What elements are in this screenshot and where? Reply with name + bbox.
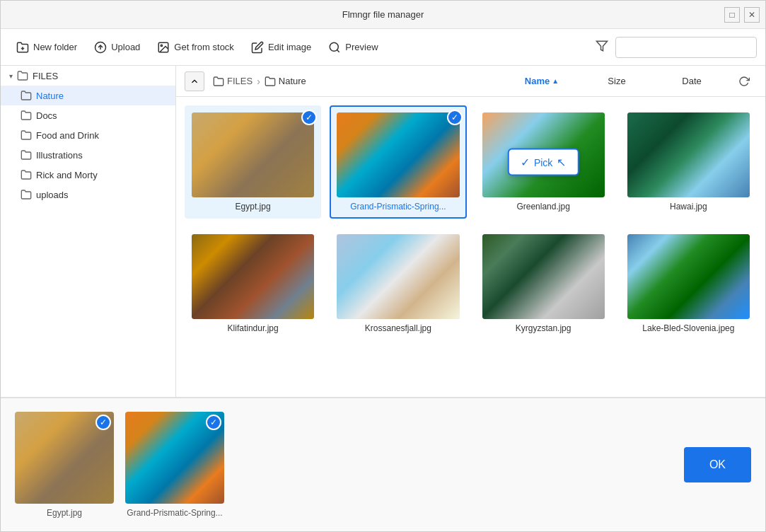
breadcrumb-files[interactable]: FILES	[213, 76, 253, 87]
food-folder-icon	[21, 129, 32, 141]
sidebar-item-rick-label: Rick and Morty	[36, 170, 98, 180]
pick-check-icon: ✓	[521, 156, 530, 169]
sidebar-item-uploads[interactable]: uploads	[1, 185, 175, 204]
pick-overlay[interactable]: ✓ Pick ↖	[508, 149, 579, 176]
file-thumb-lake-bled	[627, 234, 750, 319]
sidebar-item-nature[interactable]: Nature	[1, 86, 175, 105]
col-header-name[interactable]: Name ▲	[506, 70, 577, 92]
file-name-egypt: Egypt.jpg	[192, 202, 314, 212]
get-from-stock-icon	[157, 41, 170, 54]
file-grid: ✓ Egypt.jpg ✓ Grand-Prismatic-Spring...	[176, 97, 765, 397]
file-item-krossanesfjall[interactable]: Krossanesfjall.jpg	[330, 227, 466, 340]
docs-folder-icon	[21, 110, 32, 121]
new-folder-button[interactable]: New folder	[9, 37, 84, 58]
svg-line-7	[337, 50, 340, 52]
col-header-date[interactable]: Date	[656, 70, 727, 92]
app-window: Flmngr file manager □ ✕ New folder Uploa…	[0, 0, 766, 532]
bottom-panel: ✓ Egypt.jpg ✓ Grand-Prismatic-Spring... …	[1, 397, 765, 531]
svg-marker-8	[597, 41, 608, 51]
preview-icon	[328, 41, 341, 54]
file-item-egypt[interactable]: ✓ Egypt.jpg	[185, 105, 321, 219]
sidebar-item-food-and-drink[interactable]: Food and Drink	[1, 125, 175, 145]
sidebar-item-illustrations[interactable]: Illustrations	[1, 145, 175, 165]
bottom-thumb-grand[interactable]: ✓ Grand-Prismatic-Spring...	[125, 412, 224, 518]
svg-point-6	[330, 42, 339, 51]
maximize-button[interactable]: □	[724, 7, 740, 23]
col-name-label: Name	[525, 76, 550, 86]
breadcrumb-parent-label: FILES	[227, 76, 253, 86]
main-area: ▾ FILES Nature Docs Food and Drink Illus…	[1, 66, 765, 397]
edit-image-button[interactable]: Edit image	[244, 37, 318, 58]
file-thumb-grand-prismatic	[337, 112, 459, 197]
cursor-icon: ↖	[557, 156, 566, 169]
file-item-grand-prismatic[interactable]: ✓ Grand-Prismatic-Spring...	[330, 105, 466, 219]
titlebar: Flmngr file manager □ ✕	[1, 1, 765, 29]
file-item-kyrgyzstan[interactable]: Kyrgyzstan.jpg	[475, 227, 612, 340]
breadcrumb-folder-icon	[213, 76, 224, 87]
check-badge-egypt: ✓	[301, 110, 317, 125]
new-folder-icon	[16, 41, 29, 54]
file-thumb-egypt	[192, 112, 314, 197]
file-name-klifatindur: Klifatindur.jpg	[192, 323, 314, 333]
file-thumb-img-hawai	[627, 112, 750, 197]
file-name-krossanesfjall: Krossanesfjall.jpg	[337, 323, 459, 333]
file-name-kyrgyzstan: Kyrgyzstan.jpg	[482, 323, 605, 333]
new-folder-label: New folder	[33, 42, 77, 52]
window-title: Flmngr file manager	[342, 9, 424, 20]
ok-button[interactable]: OK	[684, 447, 751, 482]
uploads-folder-icon	[21, 189, 32, 200]
illustrations-folder-icon	[21, 149, 32, 161]
file-item-hawai[interactable]: Hawai.jpg	[620, 105, 757, 219]
sidebar-root-files[interactable]: ▾ FILES	[1, 66, 175, 86]
file-thumb-img-kyrgyzstan	[482, 234, 605, 319]
preview-label: Preview	[345, 42, 378, 52]
breadcrumb-up-button[interactable]	[185, 71, 204, 91]
file-thumb-hawai	[627, 112, 750, 197]
upload-button[interactable]: Upload	[87, 37, 147, 58]
bottom-thumb-egypt[interactable]: ✓ Egypt.jpg	[15, 412, 114, 518]
file-name-hawai: Hawai.jpg	[627, 202, 750, 212]
sidebar-item-rick-and-morty[interactable]: Rick and Morty	[1, 165, 175, 185]
col-header-size[interactable]: Size	[581, 70, 652, 92]
svg-point-5	[161, 45, 163, 46]
file-thumb-klifatindur	[192, 234, 314, 319]
file-thumb-kyrgyzstan	[482, 234, 605, 319]
col-date-label: Date	[682, 76, 701, 86]
sidebar-item-docs[interactable]: Docs	[1, 105, 175, 125]
refresh-button[interactable]	[731, 69, 757, 94]
search-input[interactable]	[615, 37, 757, 58]
get-from-stock-button[interactable]: Get from stock	[150, 37, 241, 58]
file-name-grand: Grand-Prismatic-Spring...	[337, 202, 459, 212]
sidebar-item-illustrations-label: Illustrations	[36, 150, 83, 161]
bottom-selected-files: ✓ Egypt.jpg ✓ Grand-Prismatic-Spring...	[15, 412, 224, 518]
edit-image-icon	[251, 41, 264, 54]
bottom-fname-egypt: Egypt.jpg	[47, 508, 82, 518]
rick-folder-icon	[21, 169, 32, 180]
file-item-greenland[interactable]: ✓ Pick ↖ Greenland.jpg	[475, 105, 612, 219]
sidebar-item-nature-label: Nature	[36, 91, 64, 101]
file-item-klifatindur[interactable]: Klifatindur.jpg	[185, 227, 321, 340]
breadcrumb-nature-icon	[265, 76, 276, 87]
nature-folder-icon	[21, 90, 32, 101]
upload-label: Upload	[111, 42, 140, 52]
breadcrumb-separator: ›	[257, 76, 260, 87]
file-thumb-img-egypt	[192, 112, 314, 197]
filter-button[interactable]	[591, 35, 613, 59]
breadcrumb-nature[interactable]: Nature	[265, 76, 306, 87]
close-button[interactable]: ✕	[744, 7, 760, 23]
filter-icon	[596, 40, 608, 52]
up-arrow-icon	[190, 76, 199, 86]
file-thumb-img-grand	[337, 112, 459, 197]
toolbar: New folder Upload Get from stock Edit im…	[1, 29, 765, 66]
pick-label: Pick	[534, 156, 552, 168]
upload-icon	[94, 41, 107, 54]
sidebar-item-food-label: Food and Drink	[36, 130, 99, 141]
get-from-stock-label: Get from stock	[174, 42, 234, 52]
file-item-lake-bled[interactable]: Lake-Bled-Slovenia.jpeg	[620, 227, 757, 340]
sidebar-root-label: FILES	[33, 71, 58, 81]
bottom-check-grand: ✓	[206, 415, 221, 430]
sidebar-item-docs-label: Docs	[36, 110, 57, 121]
col-size-label: Size	[608, 76, 625, 86]
edit-image-label: Edit image	[268, 42, 311, 52]
preview-button[interactable]: Preview	[321, 37, 385, 58]
